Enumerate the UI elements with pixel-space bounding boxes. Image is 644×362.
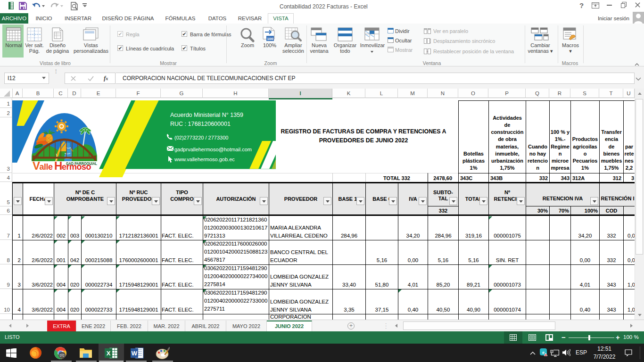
svg-text:100: 100	[267, 37, 273, 41]
svg-text:W: W	[132, 350, 138, 357]
svg-text:e: e	[542, 349, 545, 355]
svg-text:+: +	[426, 49, 429, 54]
svg-text:gadprvallehermoso@hotmail.com: gadprvallehermoso@hotmail.com	[174, 147, 252, 152]
svg-text:X: X	[107, 350, 111, 357]
svg-text:Acuerdo Ministerial N° 1359: Acuerdo Ministerial N° 1359	[170, 112, 243, 118]
svg-text:(02)2773220 / 2773300: (02)2773220 / 2773300	[174, 135, 228, 140]
svg-text:RUC : 1768120600001: RUC : 1768120600001	[170, 121, 231, 127]
svg-text:!: !	[545, 353, 546, 356]
svg-text:www.vallehermoso.gob.ec: www.vallehermoso.gob.ec	[174, 156, 235, 162]
